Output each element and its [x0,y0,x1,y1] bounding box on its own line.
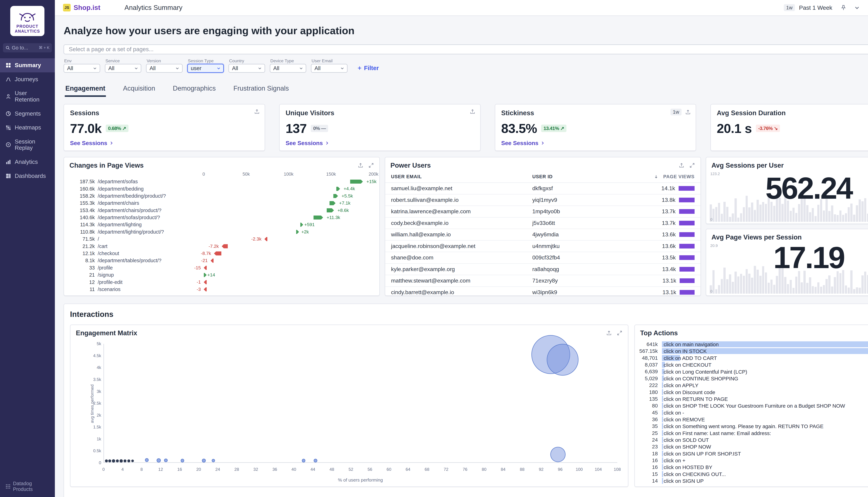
top-action-row[interactable]: 16click on + [637,457,868,464]
top-action-row[interactable]: 16click on HOSTED BY [637,464,868,471]
hist-max-label: 123.2 [710,172,720,176]
sidebar-item-heatmaps[interactable]: Heatmaps [0,120,55,135]
sidebar-item-label: Heatmaps [15,125,41,131]
filter-select[interactable]: All [146,64,182,73]
chevron-down-icon[interactable] [852,3,862,12]
matrix-dot[interactable] [202,459,206,463]
top-action-count: 45 [637,410,662,416]
top-action-row[interactable]: 6,639click on Long Contentful Paint (LCP… [637,368,868,375]
top-action-row[interactable]: 24click on SOLD OUT [637,437,868,443]
matrix-dot[interactable] [157,458,161,463]
power-user-row[interactable]: william.hall@example.io4jwy6mdia13.6k [385,229,700,241]
sidebar-item-analytics[interactable]: Analytics [0,155,55,169]
expand-icon[interactable] [689,162,695,168]
matrix-dot[interactable] [212,459,215,462]
power-user-row[interactable]: robert.sullivan@example.ioyiql1myv913.8k [385,195,700,206]
matrix-dot[interactable] [164,459,168,462]
top-action-row[interactable]: 14click on SIGN UP [637,478,868,484]
matrix-dot[interactable] [116,459,119,462]
time-range-label[interactable]: Past 1 Week [799,4,832,11]
expand-icon[interactable] [368,162,374,168]
add-filter-button[interactable]: Filter [357,65,379,71]
matrix-dot[interactable] [302,459,305,462]
sidebar-item-summary[interactable]: Summary [0,58,55,72]
matrix-dot[interactable] [123,459,126,462]
top-action-row[interactable]: 18click on SIGN UP FOR SHOP.IST [637,450,868,457]
col-user-email[interactable]: USER EMAIL [391,174,532,180]
export-icon[interactable] [470,109,476,115]
tab-acquisition[interactable]: Acquisition [122,82,156,97]
top-action-row[interactable]: 180click on Discount code [637,389,868,396]
export-icon[interactable] [678,162,685,168]
top-action-row[interactable]: 641kclick on main navigation [637,341,868,347]
matrix-dot[interactable] [127,459,130,462]
top-action-row[interactable]: 35click on Something went wrong. Please … [637,423,868,430]
page-search-input[interactable] [64,44,868,55]
power-user-row[interactable]: katrina.lawrence@example.com1mp4tyo0b13.… [385,206,700,218]
see-sessions-link[interactable]: See Sessions [285,140,329,146]
top-action-row[interactable]: 25click on First name: Last name: Email … [637,430,868,437]
matrix-dot[interactable] [120,459,123,463]
col-page-views[interactable]: PAGE VIEWS [630,174,695,180]
top-action-label: click on SIGN UP FOR SHOP.IST [664,451,741,457]
power-user-row[interactable]: samuel.liu@example.netdkfkgxsf14.1k [385,183,700,195]
filter-select[interactable]: All [311,64,347,73]
col-user-id[interactable]: USER ID [532,174,630,180]
top-action-row[interactable]: 222click on APPLY [637,382,868,389]
goto-search[interactable]: Go to... ⌘ + K [3,43,52,53]
matrix-dot[interactable] [314,459,317,462]
expand-icon[interactable] [617,330,622,336]
filter-select[interactable]: All [228,64,265,73]
matrix-dot[interactable] [105,459,108,462]
matrix-bubble[interactable] [547,344,578,375]
datadog-products-link[interactable]: Datadog Products [0,476,55,497]
top-action-row[interactable]: 8,037click on CHECKOUT [637,361,868,368]
sidebar-item-segments[interactable]: Segments [0,107,55,121]
top-action-row[interactable]: 80click on SHOP THE LOOK Your Guestroom … [637,402,868,409]
matrix-dot[interactable] [131,459,134,462]
export-icon[interactable] [606,330,612,336]
see-sessions-link[interactable]: See Sessions [501,140,545,146]
sidebar-item-dashboards[interactable]: Dashboards [0,169,55,183]
power-user-row[interactable]: kyle.parker@example.orgra8ahqoqg13.4k [385,264,700,275]
top-action-row[interactable]: 135click on RETURN TO PAGE [637,396,868,402]
export-icon[interactable] [254,109,260,115]
power-user-row[interactable]: jacqueline.robinson@example.netu4nmmjtku… [385,241,700,252]
filter-select[interactable]: All [105,64,141,73]
matrix-dot[interactable] [181,459,184,462]
page-title: Analytics Summary [125,4,182,12]
pin-icon[interactable] [839,3,848,12]
skip-back-icon[interactable] [866,3,868,12]
filter-select[interactable]: All [64,64,100,73]
tab-demographics[interactable]: Demographics [172,82,216,97]
app-selector[interactable]: JS Shop.ist [63,4,103,12]
top-action-row[interactable]: 36click on REMOVE [637,416,868,423]
power-user-row[interactable]: matthew.stewart@example.com71exzry8y13.1… [385,275,700,287]
top-action-track: click on Long Contentful Paint (LCP) [662,369,868,375]
filter-select[interactable]: All [270,64,306,73]
matrix-dot[interactable] [112,459,115,463]
page-views-bar [680,267,695,272]
top-action-row[interactable]: 23click on SHOP NOW [637,443,868,450]
page-view-row: 160.6k/department/bedding+4.4k [70,185,374,192]
top-action-row[interactable]: 15click on CHECKING OUT... [637,471,868,478]
sidebar-item-user-retention[interactable]: User Retention [0,86,55,106]
sidebar-item-session-replay[interactable]: Session Replay [0,135,55,155]
sidebar-item-journeys[interactable]: Journeys [0,72,55,86]
tab-engagement[interactable]: Engagement [65,82,106,97]
export-icon[interactable] [685,109,691,115]
top-action-row[interactable]: 567.15kclick on IN STOCK [637,348,868,355]
matrix-bubble[interactable] [550,447,565,462]
matrix-dot[interactable] [145,458,149,462]
export-icon[interactable] [358,162,364,168]
tab-frustration-signals[interactable]: Frustration Signals [233,82,290,97]
power-user-row[interactable]: cindy.barrett@example.iowi3ipn6k913.1k [385,287,700,296]
power-user-row[interactable]: cody.beck@example.ioj5v33o6tt13.7k [385,218,700,229]
power-user-row[interactable]: shane@doe.com009cf32fb413.5k [385,252,700,264]
see-sessions-link[interactable]: See Sessions [70,140,114,146]
top-action-row[interactable]: 5,029click on CONTINUE SHOPPING [637,375,868,382]
matrix-dot[interactable] [108,459,111,462]
top-action-row[interactable]: 48,701click on ADD TO CART [637,355,868,361]
filter-select[interactable]: user [187,64,224,73]
top-action-row[interactable]: 45click on - [637,409,868,416]
